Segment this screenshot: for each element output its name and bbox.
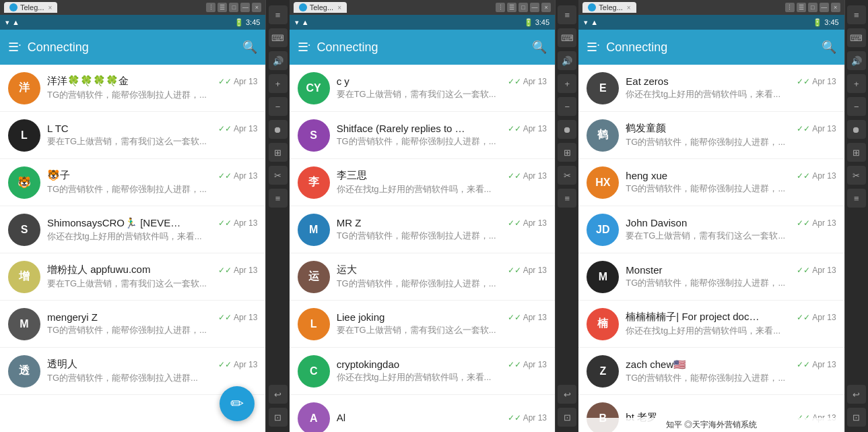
toolbar-btn-7[interactable]: ✂ [558, 166, 576, 185]
menu-icon[interactable]: ☰• [8, 40, 21, 55]
chat-list-item[interactable]: LL TC✓✓Apr 13要在TG上做营销，需有我们这么一套软... [0, 112, 265, 159]
chat-list-item[interactable]: MMR Z✓✓Apr 13TG的营销软件，能帮你强制拉人进群，... [290, 206, 555, 253]
chat-list-item[interactable]: 洋洋洋🍀🍀🍀🍀金✓✓Apr 13TG的营销软件，能帮你强制拉人进群，... [0, 65, 265, 112]
toolbar-btn-2[interactable]: 🔊 [558, 51, 576, 70]
toolbar-btn-5[interactable]: ⏺ [847, 120, 866, 139]
toolbar-btn-10[interactable]: ↩ [847, 385, 866, 404]
chat-list-item[interactable]: JDJohn Davison✓✓Apr 13要在TG上做营销，需有我们这么一套软… [578, 206, 844, 253]
toolbar-btn-11[interactable]: ⊡ [847, 408, 866, 427]
window-control-btn[interactable]: — [530, 3, 539, 12]
toolbar-btn-3[interactable]: + [558, 74, 576, 93]
read-receipt-icon: ✓✓ [797, 124, 810, 133]
toolbar-btn-5[interactable]: ⏺ [269, 120, 288, 139]
chat-list-item[interactable]: 🐯🐯子✓✓Apr 13TG的营销软件，能帮你强制拉人进群，... [0, 159, 265, 206]
tab-close-btn[interactable]: × [48, 4, 52, 11]
chat-list-item[interactable]: SShitface (Rarely replies to DMs)✓✓Apr 1… [290, 112, 555, 159]
window-control-btn[interactable]: ⋮ [785, 3, 795, 12]
avatar: 李 [298, 166, 330, 199]
search-icon[interactable]: 🔍 [822, 40, 836, 55]
search-icon[interactable]: 🔍 [532, 40, 547, 55]
window-control-btn[interactable]: □ [229, 3, 238, 12]
status-left: ▾ ▲ [295, 18, 309, 27]
toolbar-btn-8[interactable]: ≡ [269, 189, 288, 208]
toolbar-btn-11[interactable]: ⊡ [558, 408, 576, 427]
window-control-btn[interactable]: — [820, 3, 829, 12]
chat-list-item[interactable]: 增增粉拉人 appfuwu.com✓✓Apr 13要在TG上做营销，需有我们这么… [0, 253, 265, 301]
chat-list-item[interactable]: 李李三思✓✓Apr 13你还在找tg上好用的营销软件吗，来看... [290, 159, 555, 206]
toolbar-btn-7[interactable]: ✂ [269, 166, 288, 185]
chat-list: EEat zeros✓✓Apr 13你还在找tg上好用的营销软件吗，来看...鹤… [578, 65, 844, 432]
window-control-btn[interactable]: — [240, 3, 250, 12]
menu-icon[interactable]: ☰• [587, 40, 599, 55]
toolbar-btn-11[interactable]: ⊡ [269, 408, 288, 427]
chat-list-item[interactable]: 透透明人✓✓Apr 13TG的营销软件，能帮你强制拉入进群... [0, 348, 265, 395]
toolbar-btn-4[interactable]: − [269, 97, 288, 116]
browser-tab-active[interactable]: Teleg...× [582, 2, 636, 13]
toolbar-btn-2[interactable]: 🔊 [847, 51, 866, 70]
android-status-bar: ▾ ▲ 🔋 3:45 [290, 15, 555, 30]
toolbar-btn-4[interactable]: − [847, 97, 866, 116]
chat-list-item[interactable]: Mmengeryi Z✓✓Apr 13TG的营销软件，能帮你强制拉人进群，... [0, 301, 265, 348]
status-left: ▾ ▲ [584, 18, 598, 27]
chat-date: Apr 13 [234, 171, 257, 181]
toolbar-btn-8[interactable]: ≡ [558, 189, 576, 208]
chat-list-item[interactable]: CYc y✓✓Apr 13要在TG上做营销，需有我们这么一套软... [290, 65, 555, 112]
chat-name: MR Z [337, 217, 362, 228]
toolbar-btn-0[interactable]: ≡ [558, 5, 576, 24]
toolbar-btn-6[interactable]: ⊞ [269, 143, 288, 162]
window-control-btn[interactable]: □ [519, 3, 528, 12]
browser-tab-active[interactable]: Teleg...× [4, 2, 57, 13]
chat-info: 洋洋🍀🍀🍀🍀金✓✓Apr 13TG的营销软件，能帮你强制拉人进群，... [47, 75, 257, 101]
window-control-btn[interactable]: ☰ [218, 3, 227, 12]
toolbar-btn-2[interactable]: 🔊 [269, 51, 288, 70]
toolbar-btn-1[interactable]: ⌨ [847, 28, 866, 47]
window-control-btn[interactable]: □ [808, 3, 817, 12]
toolbar-btn-10[interactable]: ↩ [269, 385, 288, 404]
toolbar-btn-10[interactable]: ↩ [558, 385, 576, 404]
chat-info: c y✓✓Apr 13要在TG上做营销，需有我们这么一套软... [337, 75, 547, 100]
chat-name-row: Liee joking✓✓Apr 13 [337, 311, 547, 323]
window-control-btn[interactable]: ⋮ [496, 3, 505, 12]
toolbar-btn-0[interactable]: ≡ [847, 5, 866, 24]
toolbar-btn-6[interactable]: ⊞ [847, 143, 866, 162]
window-control-btn[interactable]: ☰ [507, 3, 516, 12]
toolbar-btn-6[interactable]: ⊞ [558, 143, 576, 162]
toolbar-btn-3[interactable]: + [847, 74, 866, 93]
chat-list-item[interactable]: LLiee joking✓✓Apr 13要在TG上做营销，需有我们这么一套软..… [290, 301, 555, 348]
toolbar-btn-1[interactable]: ⌨ [558, 28, 576, 47]
read-receipt-icon: ✓✓ [218, 218, 232, 228]
chat-list-item[interactable]: Ccryptokingdao✓✓Apr 13你还在找tg上好用的营销软件吗，来看… [290, 348, 555, 395]
chat-list-item[interactable]: Zzach chew🇺🇸✓✓Apr 13TG的营销软件，能帮你强制拉入进群，..… [578, 348, 844, 395]
toolbar-btn-7[interactable]: ✂ [847, 166, 866, 185]
search-icon[interactable]: 🔍 [242, 40, 257, 55]
chat-list-item[interactable]: HXheng xue✓✓Apr 13TG的营销软件，能帮你强制拉人进群，... [578, 159, 844, 206]
menu-icon[interactable]: ☰• [298, 40, 310, 55]
battery-icon: 🔋 [524, 18, 533, 27]
compose-fab-button[interactable]: ✏ [220, 386, 255, 421]
window-control-btn[interactable]: × [831, 3, 840, 12]
toolbar-btn-4[interactable]: − [558, 97, 576, 116]
window-control-btn[interactable]: × [541, 3, 551, 12]
toolbar-btn-5[interactable]: ⏺ [558, 120, 576, 139]
chat-name-row: cryptokingdao✓✓Apr 13 [337, 359, 547, 370]
toolbar-btn-1[interactable]: ⌨ [269, 28, 288, 47]
window-control-btn[interactable]: ⋮ [206, 3, 215, 12]
toolbar-btn-0[interactable]: ≡ [269, 5, 288, 24]
toolbar-btn-8[interactable]: ≡ [847, 189, 866, 208]
chat-list-item[interactable]: SShimonsaysCRO🏃‍♂️ [NEVER D...✓✓Apr 13你还… [0, 206, 265, 253]
browser-tab-active[interactable]: Teleg...× [294, 2, 347, 13]
chat-preview: TG的营销软件，能帮你强制拉入进群... [47, 372, 257, 384]
chat-list-item[interactable]: AAl✓✓Apr 13 [290, 395, 555, 432]
chat-list-item[interactable]: 鹤鹤发童颜✓✓Apr 13TG的营销软件，能帮你强制拉人进群，... [578, 112, 844, 159]
window-control-btn[interactable]: ☰ [797, 3, 806, 12]
tab-close-btn[interactable]: × [337, 4, 341, 11]
chat-list-item[interactable]: EEat zeros✓✓Apr 13你还在找tg上好用的营销软件吗，来看... [578, 65, 844, 112]
chat-list-item[interactable]: MMonster✓✓Apr 13TG的营销软件，能帮你强制拉人进群，... [578, 253, 844, 301]
signal-icon: ▲ [591, 18, 598, 26]
tab-close-btn[interactable]: × [627, 4, 631, 11]
chat-list-item[interactable]: 运运大✓✓Apr 13TG的营销软件，能帮你强制拉人进群，... [290, 253, 555, 301]
toolbar-btn-3[interactable]: + [269, 74, 288, 93]
window-control-btn[interactable]: × [252, 3, 261, 12]
chat-list-item[interactable]: 楠楠楠楠楠子| For project dockin...✓✓Apr 13你还在… [578, 301, 844, 348]
chat-name-row: 透明人✓✓Apr 13 [47, 358, 257, 371]
